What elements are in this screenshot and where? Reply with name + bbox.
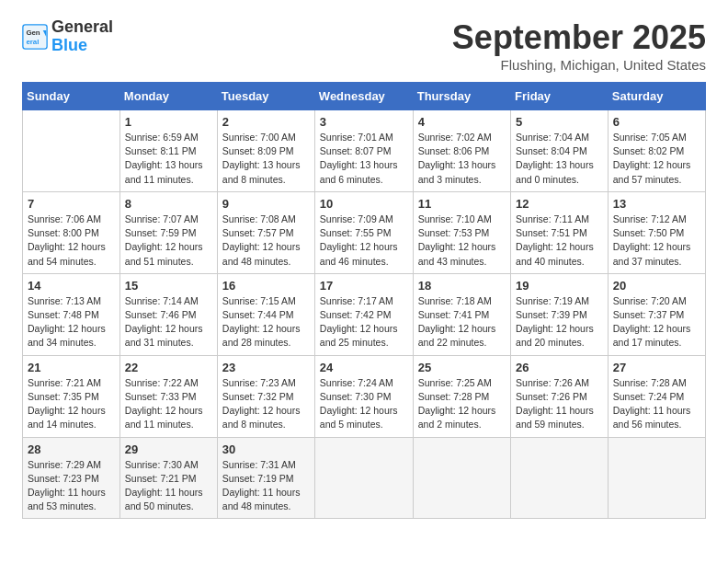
- day-number: 3: [320, 115, 408, 129]
- calendar-cell: 3Sunrise: 7:01 AMSunset: 8:07 PMDaylight…: [314, 110, 413, 192]
- day-info: Sunrise: 7:07 AMSunset: 7:59 PMDaylight:…: [125, 213, 212, 269]
- day-number: 21: [28, 361, 115, 374]
- day-number: 30: [222, 442, 310, 456]
- day-number: 13: [613, 197, 700, 211]
- title-area: September 2025 Flushing, Michigan, Unite…: [452, 18, 706, 73]
- day-info: Sunrise: 7:02 AMSunset: 8:06 PMDaylight:…: [418, 131, 506, 187]
- day-info: Sunrise: 7:09 AMSunset: 7:55 PMDaylight:…: [320, 213, 408, 269]
- calendar-cell: 10Sunrise: 7:09 AMSunset: 7:55 PMDayligh…: [314, 191, 413, 273]
- calendar-cell: 1Sunrise: 6:59 AMSunset: 8:11 PMDaylight…: [119, 110, 217, 192]
- calendar-cell: 27Sunrise: 7:28 AMSunset: 7:24 PMDayligh…: [608, 355, 705, 437]
- day-number: 2: [222, 115, 310, 129]
- calendar-cell: 20Sunrise: 7:20 AMSunset: 7:37 PMDayligh…: [608, 273, 705, 355]
- day-number: 8: [125, 197, 212, 211]
- day-info: Sunrise: 7:28 AMSunset: 7:24 PMDaylight:…: [613, 376, 700, 432]
- day-number: 18: [418, 279, 506, 293]
- week-row-5: 28Sunrise: 7:29 AMSunset: 7:23 PMDayligh…: [23, 437, 706, 519]
- day-info: Sunrise: 7:14 AMSunset: 7:46 PMDaylight:…: [125, 294, 212, 350]
- weekday-header-monday: Monday: [119, 83, 217, 110]
- day-number: 19: [516, 279, 603, 293]
- calendar-cell: [608, 437, 705, 519]
- day-number: 5: [516, 115, 603, 129]
- weekday-header-tuesday: Tuesday: [217, 83, 314, 110]
- logo-icon: Gen eral: [22, 24, 48, 50]
- calendar-cell: 23Sunrise: 7:23 AMSunset: 7:32 PMDayligh…: [217, 355, 314, 437]
- day-number: 25: [418, 361, 506, 374]
- weekday-header-sunday: Sunday: [23, 83, 120, 110]
- calendar-cell: [511, 437, 609, 519]
- calendar-cell: 22Sunrise: 7:22 AMSunset: 7:33 PMDayligh…: [119, 355, 217, 437]
- day-info: Sunrise: 7:18 AMSunset: 7:41 PMDaylight:…: [418, 294, 506, 350]
- day-info: Sunrise: 7:17 AMSunset: 7:42 PMDaylight:…: [320, 294, 408, 350]
- calendar-cell: [413, 437, 510, 519]
- calendar-cell: 24Sunrise: 7:24 AMSunset: 7:30 PMDayligh…: [314, 355, 413, 437]
- calendar-cell: 5Sunrise: 7:04 AMSunset: 8:04 PMDaylight…: [511, 110, 609, 192]
- calendar-cell: 14Sunrise: 7:13 AMSunset: 7:48 PMDayligh…: [23, 273, 120, 355]
- logo: Gen eral General Blue: [22, 18, 113, 55]
- week-row-4: 21Sunrise: 7:21 AMSunset: 7:35 PMDayligh…: [23, 355, 706, 437]
- day-number: 14: [28, 279, 115, 293]
- weekday-header-row: SundayMondayTuesdayWednesdayThursdayFrid…: [23, 83, 706, 110]
- location: Flushing, Michigan, United States: [452, 57, 706, 73]
- day-number: 10: [320, 197, 408, 211]
- day-info: Sunrise: 6:59 AMSunset: 8:11 PMDaylight:…: [125, 131, 212, 187]
- calendar: SundayMondayTuesdayWednesdayThursdayFrid…: [22, 82, 706, 519]
- calendar-cell: 4Sunrise: 7:02 AMSunset: 8:06 PMDaylight…: [413, 110, 510, 192]
- calendar-cell: 11Sunrise: 7:10 AMSunset: 7:53 PMDayligh…: [413, 191, 510, 273]
- calendar-cell: [23, 110, 120, 192]
- calendar-cell: 12Sunrise: 7:11 AMSunset: 7:51 PMDayligh…: [511, 191, 609, 273]
- calendar-cell: 2Sunrise: 7:00 AMSunset: 8:09 PMDaylight…: [217, 110, 314, 192]
- day-number: 16: [222, 279, 310, 293]
- calendar-cell: 26Sunrise: 7:26 AMSunset: 7:26 PMDayligh…: [511, 355, 609, 437]
- day-number: 24: [320, 361, 408, 374]
- day-number: 12: [516, 197, 603, 211]
- logo-general-text: General: [51, 18, 113, 37]
- day-info: Sunrise: 7:08 AMSunset: 7:57 PMDaylight:…: [222, 213, 310, 269]
- calendar-cell: 17Sunrise: 7:17 AMSunset: 7:42 PMDayligh…: [314, 273, 413, 355]
- day-number: 1: [125, 115, 212, 129]
- day-number: 29: [125, 442, 212, 456]
- day-number: 23: [222, 361, 310, 374]
- day-number: 7: [28, 197, 115, 211]
- calendar-cell: 21Sunrise: 7:21 AMSunset: 7:35 PMDayligh…: [23, 355, 120, 437]
- header: Gen eral General Blue September 2025 Flu…: [22, 18, 706, 73]
- day-info: Sunrise: 7:11 AMSunset: 7:51 PMDaylight:…: [516, 213, 603, 269]
- calendar-cell: 16Sunrise: 7:15 AMSunset: 7:44 PMDayligh…: [217, 273, 314, 355]
- logo-text: General Blue: [51, 18, 113, 55]
- day-info: Sunrise: 7:23 AMSunset: 7:32 PMDaylight:…: [222, 376, 310, 432]
- day-info: Sunrise: 7:06 AMSunset: 8:00 PMDaylight:…: [28, 213, 115, 269]
- weekday-header-saturday: Saturday: [608, 83, 705, 110]
- calendar-cell: 18Sunrise: 7:18 AMSunset: 7:41 PMDayligh…: [413, 273, 510, 355]
- day-number: 27: [613, 361, 700, 374]
- week-row-3: 14Sunrise: 7:13 AMSunset: 7:48 PMDayligh…: [23, 273, 706, 355]
- day-number: 26: [516, 361, 603, 374]
- calendar-cell: 29Sunrise: 7:30 AMSunset: 7:21 PMDayligh…: [119, 437, 217, 519]
- day-info: Sunrise: 7:29 AMSunset: 7:23 PMDaylight:…: [28, 458, 115, 514]
- day-info: Sunrise: 7:10 AMSunset: 7:53 PMDaylight:…: [418, 213, 506, 269]
- calendar-cell: 28Sunrise: 7:29 AMSunset: 7:23 PMDayligh…: [23, 437, 120, 519]
- calendar-cell: 9Sunrise: 7:08 AMSunset: 7:57 PMDaylight…: [217, 191, 314, 273]
- weekday-header-wednesday: Wednesday: [314, 83, 413, 110]
- day-number: 17: [320, 279, 408, 293]
- day-info: Sunrise: 7:01 AMSunset: 8:07 PMDaylight:…: [320, 131, 408, 187]
- calendar-cell: 19Sunrise: 7:19 AMSunset: 7:39 PMDayligh…: [511, 273, 609, 355]
- weekday-header-friday: Friday: [511, 83, 609, 110]
- day-number: 6: [613, 115, 700, 129]
- calendar-cell: 6Sunrise: 7:05 AMSunset: 8:02 PMDaylight…: [608, 110, 705, 192]
- month-title: September 2025: [452, 18, 706, 57]
- calendar-cell: [314, 437, 413, 519]
- svg-text:Gen: Gen: [26, 29, 40, 37]
- day-number: 15: [125, 279, 212, 293]
- day-info: Sunrise: 7:13 AMSunset: 7:48 PMDaylight:…: [28, 294, 115, 350]
- calendar-cell: 30Sunrise: 7:31 AMSunset: 7:19 PMDayligh…: [217, 437, 314, 519]
- svg-text:eral: eral: [26, 38, 39, 46]
- calendar-cell: 15Sunrise: 7:14 AMSunset: 7:46 PMDayligh…: [119, 273, 217, 355]
- calendar-cell: 13Sunrise: 7:12 AMSunset: 7:50 PMDayligh…: [608, 191, 705, 273]
- day-number: 22: [125, 361, 212, 374]
- day-info: Sunrise: 7:24 AMSunset: 7:30 PMDaylight:…: [320, 376, 408, 432]
- day-info: Sunrise: 7:15 AMSunset: 7:44 PMDaylight:…: [222, 294, 310, 350]
- day-info: Sunrise: 7:30 AMSunset: 7:21 PMDaylight:…: [125, 458, 212, 514]
- day-info: Sunrise: 7:00 AMSunset: 8:09 PMDaylight:…: [222, 131, 310, 187]
- day-info: Sunrise: 7:19 AMSunset: 7:39 PMDaylight:…: [516, 294, 603, 350]
- weekday-header-thursday: Thursday: [413, 83, 510, 110]
